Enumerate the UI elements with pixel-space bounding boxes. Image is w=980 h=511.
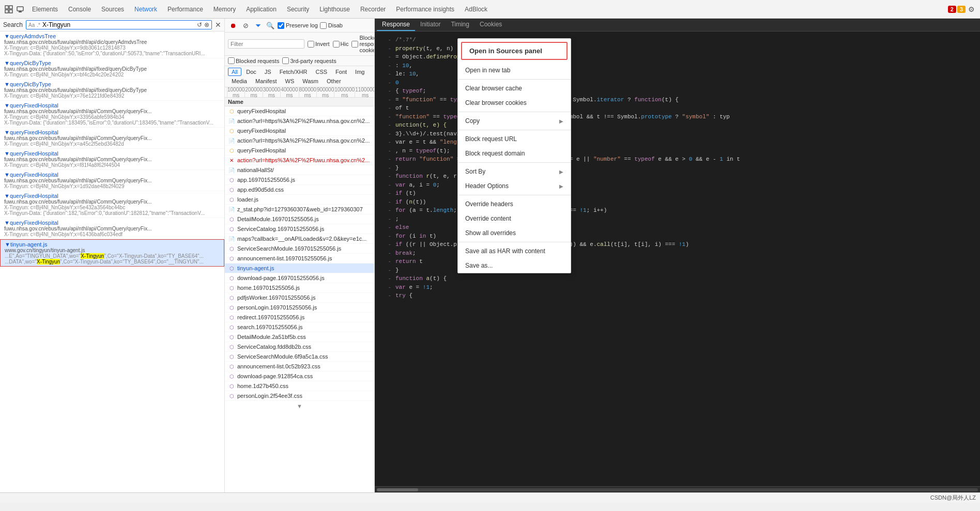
tab-elements[interactable]: Elements bbox=[27, 4, 63, 15]
list-item[interactable]: ▼queryFixedHospital fuwu.nhsa.gov.cn/ebu… bbox=[0, 101, 224, 128]
tab-console[interactable]: Console bbox=[63, 4, 96, 15]
tab-response[interactable]: Response bbox=[377, 19, 415, 31]
list-item[interactable]: ⬡ download-page.912854ca.css bbox=[225, 371, 374, 381]
list-item[interactable]: ⬡ ServiceSearchModule.1697015255056.js bbox=[225, 244, 374, 254]
blocked-requests-check[interactable]: Blocked requests bbox=[228, 57, 279, 64]
list-item[interactable]: ⬡ tinyun-agent.js bbox=[225, 264, 374, 273]
save-as-item[interactable]: Save as... bbox=[458, 258, 571, 273]
type-js[interactable]: JS bbox=[261, 68, 275, 76]
filter-input[interactable] bbox=[228, 39, 304, 49]
list-item[interactable]: ⬡ download-page.1697015255056.js bbox=[225, 273, 374, 283]
tab-recorder[interactable]: Recorder bbox=[355, 4, 391, 15]
3rdparty-checkbox[interactable] bbox=[282, 57, 289, 64]
list-item[interactable]: 📄 z_stat.php?id=1279360307&web_id=127936… bbox=[225, 205, 374, 214]
tab-perf-insights[interactable]: Performance insights bbox=[391, 4, 460, 15]
open-new-tab-item[interactable]: Open in new tab bbox=[458, 63, 571, 78]
clear-cache-item[interactable]: Clear browser cache bbox=[458, 81, 571, 96]
list-item[interactable]: ⬡ app.ed90d5dd.css bbox=[225, 185, 374, 195]
list-item[interactable]: ⬡ search.1697015255056.js bbox=[225, 322, 374, 332]
type-css[interactable]: CSS bbox=[312, 68, 331, 76]
list-item[interactable]: ⬡ pdfjsWorker.1697015255056.js bbox=[225, 293, 374, 303]
type-wasm[interactable]: Wasm bbox=[299, 77, 322, 85]
inspect-icon[interactable] bbox=[4, 5, 13, 14]
list-item[interactable]: ⬡ home.1697015255056.js bbox=[225, 283, 374, 293]
list-item[interactable]: ▼queryDicByType fuwu.nhsa.gov.cn/ebus/fu… bbox=[0, 80, 224, 101]
type-doc[interactable]: Doc bbox=[242, 68, 260, 76]
search-input[interactable] bbox=[42, 21, 195, 28]
record-button[interactable]: ⏺ bbox=[228, 20, 238, 30]
tab-security[interactable]: Security bbox=[282, 4, 314, 15]
list-item[interactable]: ⬡ ServiceCatalog.fdd8db2b.css bbox=[225, 342, 374, 352]
copy-item[interactable]: Copy ▶ bbox=[458, 114, 571, 128]
tab-sources[interactable]: Sources bbox=[96, 4, 129, 15]
tab-initiator[interactable]: Initiator bbox=[415, 19, 446, 31]
list-item[interactable]: ⬡ DetailModule.1697015255056.js bbox=[225, 214, 374, 224]
blocked-requests-checkbox[interactable] bbox=[228, 57, 235, 64]
list-item[interactable]: ⬡ DetailModule.2a51bf5b.css bbox=[225, 332, 374, 342]
type-fetch-xhr[interactable]: Fetch/XHR bbox=[276, 68, 311, 76]
tab-memory[interactable]: Memory bbox=[208, 4, 241, 15]
search-clear-icon[interactable]: ⊗ bbox=[204, 21, 209, 28]
show-all-overrides-item[interactable]: Show all overrides bbox=[458, 226, 571, 240]
tab-lighthouse[interactable]: Lighthouse bbox=[314, 4, 355, 15]
3rdparty-check[interactable]: 3rd-party requests bbox=[282, 57, 336, 64]
tab-adblock[interactable]: AdBlock bbox=[460, 4, 493, 15]
list-item[interactable]: ▼queryFixedHospital fuwu.nhsa.gov.cn/ebu… bbox=[0, 218, 224, 239]
disable-cache-check[interactable]: Disab bbox=[320, 22, 343, 29]
list-item[interactable]: 📄 nationalHallSt/ bbox=[225, 165, 374, 175]
disable-cache-checkbox[interactable] bbox=[320, 22, 327, 29]
type-other[interactable]: Other bbox=[323, 77, 345, 85]
list-item[interactable]: 📄 maps?callback=__onAPILoaded&v=2.0&key=… bbox=[225, 234, 374, 244]
list-item[interactable]: 📄 action?url=https%3A%2F%2Ffuwu.nhsa.gov… bbox=[225, 116, 374, 126]
clear-cookies-item[interactable]: Clear browser cookies bbox=[458, 96, 571, 110]
invert-checkbox[interactable] bbox=[308, 41, 314, 48]
list-item[interactable]: ▼queryDicByType fuwu.nhsa.gov.cn/ebus/fu… bbox=[0, 58, 224, 80]
type-img[interactable]: Img bbox=[351, 68, 368, 76]
open-in-sources-button[interactable]: Open in Sources panel bbox=[461, 42, 568, 60]
stop-button[interactable]: ⊘ bbox=[240, 20, 251, 30]
type-media[interactable]: Media bbox=[228, 77, 251, 85]
list-item[interactable]: 📄 action?url=https%3A%2F%2Ffuwu.nhsa.gov… bbox=[225, 136, 374, 146]
list-item[interactable]: ▼queryFixedHospital fuwu.nhsa.gov.cn/ebu… bbox=[0, 191, 224, 218]
header-options-item[interactable]: Header Options ▶ bbox=[458, 179, 571, 193]
hic-check[interactable]: Hic bbox=[333, 41, 349, 48]
settings-icon[interactable]: ⚙ bbox=[967, 5, 976, 14]
list-item[interactable]: ▼queryFixedHospital fuwu.nhsa.gov.cn/ebu… bbox=[0, 128, 224, 149]
list-item[interactable]: ▼queryFixedHospital fuwu.nhsa.gov.cn/ebu… bbox=[0, 170, 224, 191]
list-item[interactable]: ⬡ home.1d27b450.css bbox=[225, 381, 374, 391]
preserve-log-checkbox[interactable] bbox=[278, 22, 284, 29]
list-item[interactable]: ⬡ announcement-list.1697015255056.js bbox=[225, 254, 374, 264]
preserve-log-check[interactable]: Preserve log bbox=[278, 22, 318, 29]
block-domain-item[interactable]: Block request domain bbox=[458, 146, 571, 161]
type-font[interactable]: Font bbox=[332, 68, 350, 76]
sort-by-item[interactable]: Sort By ▶ bbox=[458, 164, 571, 179]
list-item[interactable]: ⬡ personLogin.1697015255056.js bbox=[225, 303, 374, 313]
invert-check[interactable]: Invert bbox=[308, 41, 330, 48]
list-item[interactable]: ⬡ queryFixedHospital bbox=[225, 126, 374, 136]
list-item[interactable]: ▼queryFixedHospital fuwu.nhsa.gov.cn/ebu… bbox=[0, 149, 224, 170]
device-icon[interactable] bbox=[16, 5, 25, 14]
list-item[interactable]: ⬡ ServiceCatalog.1697015255056.js bbox=[225, 224, 374, 234]
list-item[interactable]: ⬡ announcement-list.0c52b923.css bbox=[225, 362, 374, 371]
search-refresh-icon[interactable]: ↺ bbox=[197, 21, 202, 28]
tab-network[interactable]: Network bbox=[129, 4, 162, 15]
block-url-item[interactable]: Block request URL bbox=[458, 132, 571, 146]
override-headers-item[interactable]: Override headers bbox=[458, 197, 571, 211]
blocked-cookies-checkbox[interactable] bbox=[351, 41, 358, 48]
list-item[interactable]: ⬡ app.1697015255056.js bbox=[225, 175, 374, 185]
type-manifest[interactable]: Manifest bbox=[252, 77, 281, 85]
search-input-wrap[interactable]: Aa .* ↺ ⊗ bbox=[26, 20, 212, 29]
save-har-item[interactable]: Save all as HAR with content bbox=[458, 244, 571, 258]
list-item[interactable]: ✕ action?url=https%3A%2F%2Ffuwu.nhsa.gov… bbox=[225, 156, 374, 165]
scrollbar-track[interactable] bbox=[377, 488, 978, 491]
scrollbar-thumb[interactable] bbox=[377, 488, 418, 491]
hic-checkbox[interactable] bbox=[333, 41, 340, 48]
type-all[interactable]: All bbox=[228, 68, 241, 76]
tab-timing[interactable]: Timing bbox=[446, 19, 474, 31]
filter-button[interactable]: ⏷ bbox=[253, 20, 263, 30]
tab-application[interactable]: Application bbox=[241, 4, 282, 15]
search-network-icon[interactable]: 🔍 bbox=[265, 20, 275, 30]
tab-cookies[interactable]: Cookies bbox=[474, 19, 507, 31]
list-item[interactable]: ⬡ loader.js bbox=[225, 195, 374, 205]
list-item[interactable]: ⬡ redirect.1697015255056.js bbox=[225, 313, 374, 322]
